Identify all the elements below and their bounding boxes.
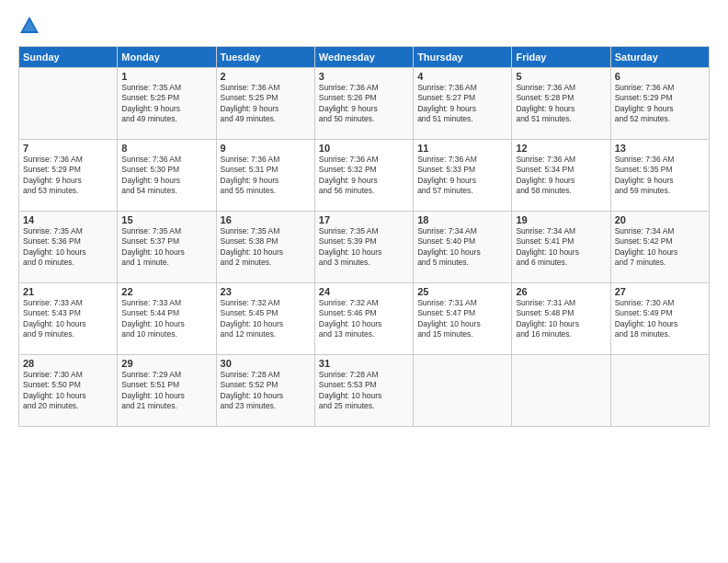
day-info: Sunrise: 7:30 AM Sunset: 5:49 PM Dayligh… — [615, 298, 705, 340]
day-cell: 15Sunrise: 7:35 AM Sunset: 5:37 PM Dayli… — [118, 212, 216, 283]
day-cell: 14Sunrise: 7:35 AM Sunset: 5:36 PM Dayli… — [19, 212, 118, 283]
day-info: Sunrise: 7:31 AM Sunset: 5:48 PM Dayligh… — [516, 298, 606, 340]
day-info: Sunrise: 7:33 AM Sunset: 5:43 PM Dayligh… — [23, 298, 113, 340]
day-number: 14 — [23, 214, 113, 225]
day-info: Sunrise: 7:28 AM Sunset: 5:53 PM Dayligh… — [319, 370, 409, 412]
day-cell: 21Sunrise: 7:33 AM Sunset: 5:43 PM Dayli… — [19, 283, 118, 355]
day-cell: 23Sunrise: 7:32 AM Sunset: 5:45 PM Dayli… — [216, 283, 314, 355]
day-number: 5 — [516, 71, 606, 82]
day-cell: 16Sunrise: 7:35 AM Sunset: 5:38 PM Dayli… — [216, 212, 314, 283]
day-cell: 19Sunrise: 7:34 AM Sunset: 5:41 PM Dayli… — [512, 212, 610, 283]
day-cell: 12Sunrise: 7:36 AM Sunset: 5:34 PM Dayli… — [512, 140, 610, 212]
week-row-5: 28Sunrise: 7:30 AM Sunset: 5:50 PM Dayli… — [19, 355, 710, 427]
day-number: 7 — [23, 143, 113, 154]
day-cell: 24Sunrise: 7:32 AM Sunset: 5:46 PM Dayli… — [314, 283, 413, 355]
day-header-friday: Friday — [512, 47, 610, 68]
day-number: 27 — [615, 286, 705, 297]
day-info: Sunrise: 7:35 AM Sunset: 5:36 PM Dayligh… — [23, 226, 113, 269]
day-number: 22 — [121, 286, 211, 297]
day-info: Sunrise: 7:29 AM Sunset: 5:51 PM Dayligh… — [121, 370, 211, 412]
week-row-3: 14Sunrise: 7:35 AM Sunset: 5:36 PM Dayli… — [19, 212, 710, 283]
day-header-sunday: Sunday — [19, 47, 118, 68]
day-number: 17 — [319, 214, 409, 225]
day-number: 30 — [221, 358, 311, 369]
day-cell: 2Sunrise: 7:36 AM Sunset: 5:25 PM Daylig… — [216, 68, 314, 140]
day-cell: 7Sunrise: 7:36 AM Sunset: 5:29 PM Daylig… — [19, 140, 118, 212]
day-number: 6 — [615, 71, 705, 82]
calendar-page: SundayMondayTuesdayWednesdayThursdayFrid… — [0, 0, 728, 563]
day-cell: 26Sunrise: 7:31 AM Sunset: 5:48 PM Dayli… — [512, 283, 610, 355]
day-info: Sunrise: 7:28 AM Sunset: 5:52 PM Dayligh… — [221, 370, 311, 412]
day-number: 4 — [417, 71, 507, 82]
day-number: 19 — [516, 214, 606, 225]
day-info: Sunrise: 7:36 AM Sunset: 5:26 PM Dayligh… — [319, 83, 409, 125]
day-cell — [19, 68, 118, 140]
day-number: 13 — [615, 143, 705, 154]
day-number: 23 — [221, 286, 311, 297]
header-row: SundayMondayTuesdayWednesdayThursdayFrid… — [19, 47, 710, 68]
day-info: Sunrise: 7:36 AM Sunset: 5:30 PM Dayligh… — [121, 155, 211, 197]
week-row-1: 1Sunrise: 7:35 AM Sunset: 5:25 PM Daylig… — [19, 68, 710, 140]
day-number: 3 — [319, 71, 409, 82]
day-cell: 9Sunrise: 7:36 AM Sunset: 5:31 PM Daylig… — [216, 140, 314, 212]
day-header-saturday: Saturday — [610, 47, 709, 68]
day-info: Sunrise: 7:34 AM Sunset: 5:41 PM Dayligh… — [516, 226, 606, 269]
day-cell: 10Sunrise: 7:36 AM Sunset: 5:32 PM Dayli… — [314, 140, 413, 212]
day-cell: 5Sunrise: 7:36 AM Sunset: 5:28 PM Daylig… — [512, 68, 610, 140]
day-info: Sunrise: 7:31 AM Sunset: 5:47 PM Dayligh… — [417, 298, 507, 340]
day-number: 26 — [516, 286, 606, 297]
day-number: 12 — [516, 143, 606, 154]
day-header-tuesday: Tuesday — [216, 47, 314, 68]
day-number: 11 — [417, 143, 507, 154]
day-info: Sunrise: 7:36 AM Sunset: 5:28 PM Dayligh… — [516, 83, 606, 125]
day-number: 2 — [221, 71, 311, 82]
day-info: Sunrise: 7:33 AM Sunset: 5:44 PM Dayligh… — [121, 298, 211, 340]
day-info: Sunrise: 7:34 AM Sunset: 5:42 PM Dayligh… — [615, 226, 705, 269]
day-cell: 28Sunrise: 7:30 AM Sunset: 5:50 PM Dayli… — [19, 355, 118, 427]
day-number: 25 — [417, 286, 507, 297]
day-info: Sunrise: 7:36 AM Sunset: 5:34 PM Dayligh… — [516, 155, 606, 197]
header — [18, 15, 710, 37]
day-cell: 1Sunrise: 7:35 AM Sunset: 5:25 PM Daylig… — [118, 68, 216, 140]
logo-icon — [18, 15, 40, 37]
day-cell: 17Sunrise: 7:35 AM Sunset: 5:39 PM Dayli… — [314, 212, 413, 283]
day-cell: 6Sunrise: 7:36 AM Sunset: 5:29 PM Daylig… — [610, 68, 709, 140]
day-cell: 30Sunrise: 7:28 AM Sunset: 5:52 PM Dayli… — [216, 355, 314, 427]
day-info: Sunrise: 7:36 AM Sunset: 5:33 PM Dayligh… — [417, 155, 507, 197]
day-cell — [512, 355, 610, 427]
day-header-wednesday: Wednesday — [314, 47, 413, 68]
day-number: 15 — [121, 214, 211, 225]
day-number: 31 — [319, 358, 409, 369]
day-number: 28 — [23, 358, 113, 369]
day-info: Sunrise: 7:35 AM Sunset: 5:38 PM Dayligh… — [221, 226, 311, 269]
day-info: Sunrise: 7:35 AM Sunset: 5:25 PM Dayligh… — [121, 83, 211, 125]
day-cell: 29Sunrise: 7:29 AM Sunset: 5:51 PM Dayli… — [118, 355, 216, 427]
week-row-4: 21Sunrise: 7:33 AM Sunset: 5:43 PM Dayli… — [19, 283, 710, 355]
day-cell: 31Sunrise: 7:28 AM Sunset: 5:53 PM Dayli… — [314, 355, 413, 427]
day-cell — [414, 355, 512, 427]
day-cell: 3Sunrise: 7:36 AM Sunset: 5:26 PM Daylig… — [314, 68, 413, 140]
day-cell: 20Sunrise: 7:34 AM Sunset: 5:42 PM Dayli… — [610, 212, 709, 283]
day-number: 24 — [319, 286, 409, 297]
day-info: Sunrise: 7:36 AM Sunset: 5:29 PM Dayligh… — [615, 83, 705, 125]
day-number: 16 — [221, 214, 311, 225]
day-number: 20 — [615, 214, 705, 225]
day-number: 8 — [121, 143, 211, 154]
day-number: 29 — [121, 358, 211, 369]
day-number: 1 — [121, 71, 211, 82]
day-info: Sunrise: 7:36 AM Sunset: 5:27 PM Dayligh… — [417, 83, 507, 125]
calendar-table: SundayMondayTuesdayWednesdayThursdayFrid… — [18, 46, 710, 427]
day-info: Sunrise: 7:35 AM Sunset: 5:39 PM Dayligh… — [319, 226, 409, 269]
day-info: Sunrise: 7:36 AM Sunset: 5:32 PM Dayligh… — [319, 155, 409, 197]
day-info: Sunrise: 7:35 AM Sunset: 5:37 PM Dayligh… — [121, 226, 211, 269]
logo — [18, 15, 44, 37]
day-info: Sunrise: 7:36 AM Sunset: 5:29 PM Dayligh… — [23, 155, 113, 197]
day-info: Sunrise: 7:34 AM Sunset: 5:40 PM Dayligh… — [417, 226, 507, 269]
day-header-thursday: Thursday — [414, 47, 512, 68]
day-cell: 27Sunrise: 7:30 AM Sunset: 5:49 PM Dayli… — [610, 283, 709, 355]
day-info: Sunrise: 7:36 AM Sunset: 5:35 PM Dayligh… — [615, 155, 705, 197]
day-cell: 22Sunrise: 7:33 AM Sunset: 5:44 PM Dayli… — [118, 283, 216, 355]
day-number: 21 — [23, 286, 113, 297]
day-cell: 18Sunrise: 7:34 AM Sunset: 5:40 PM Dayli… — [414, 212, 512, 283]
day-header-monday: Monday — [118, 47, 216, 68]
